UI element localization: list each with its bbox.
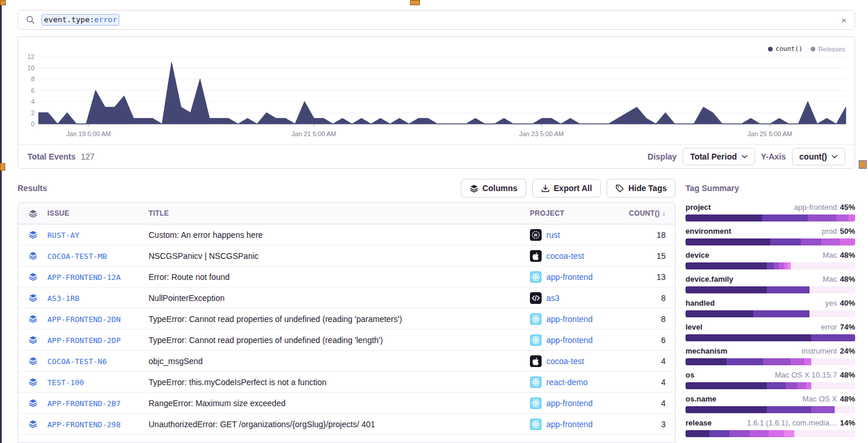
crop-handle-top-center: [410, 0, 420, 5]
stack-icon: [18, 209, 47, 218]
project-link[interactable]: as3: [546, 293, 560, 303]
tag-bar-segment[interactable]: [686, 310, 753, 317]
tag-bar-segment[interactable]: [784, 430, 794, 437]
tag-bar-segment[interactable]: [811, 334, 855, 341]
tag-bar-segment[interactable]: [848, 214, 855, 222]
tag-bar-segment[interactable]: [686, 430, 709, 437]
table-row: COCOA-TEST-MBNSCGSPanicv | NSCGSPaniccoc…: [18, 245, 675, 267]
issue-stack-icon[interactable]: [18, 251, 47, 260]
tag-distribution-bar[interactable]: [686, 406, 855, 413]
issue-link[interactable]: APP-FRONTEND-2B7: [47, 399, 120, 408]
project-link[interactable]: react-demo: [546, 378, 588, 387]
search-query-token[interactable]: event.type:error: [42, 14, 119, 26]
tag-distribution-bar[interactable]: [686, 262, 855, 269]
project-link[interactable]: app-frontend: [546, 314, 593, 324]
search-bar[interactable]: event.type:error ×: [18, 10, 855, 30]
tag-bar-segment[interactable]: [686, 334, 811, 341]
issue-link[interactable]: RUST-AY: [47, 231, 80, 240]
tag-distribution-bar[interactable]: [686, 430, 855, 437]
project-link[interactable]: app-frontend: [546, 399, 593, 408]
tag-bar-segment[interactable]: [821, 238, 840, 245]
issue-link[interactable]: APP-FRONTEND-298: [47, 420, 120, 429]
tag-bar-segment[interactable]: [767, 262, 774, 269]
issue-stack-icon[interactable]: [18, 420, 47, 428]
tag-distribution-bar[interactable]: [686, 358, 855, 365]
tag-bar-segment[interactable]: [808, 214, 836, 222]
tag-distribution-bar[interactable]: [686, 286, 855, 293]
tag-bar-segment[interactable]: [806, 382, 811, 389]
tag-bar-segment[interactable]: [750, 430, 769, 437]
tag-bar-segment[interactable]: [709, 430, 730, 437]
table-row: APP-FRONTEND-2B7RangeError: Maximum size…: [18, 393, 675, 414]
tag-bar-segment[interactable]: [801, 238, 821, 245]
tag-distribution-bar[interactable]: [686, 238, 855, 245]
tag-bar-segment[interactable]: [774, 262, 779, 269]
tag-bar-segment[interactable]: [840, 238, 855, 245]
issue-link[interactable]: COCOA-TEST-MB: [47, 252, 107, 261]
tag-key: os.name: [686, 394, 717, 403]
yaxis-dropdown[interactable]: count(): [792, 148, 845, 165]
issue-stack-icon[interactable]: [18, 378, 47, 386]
tag-bar-segment[interactable]: [686, 286, 767, 293]
tag-bar-segment[interactable]: [791, 358, 804, 365]
project-link[interactable]: app-frontend: [546, 420, 593, 429]
issue-link[interactable]: APP-FRONTEND-2DN: [47, 315, 120, 324]
tag-distribution-bar[interactable]: [686, 214, 855, 222]
column-header-title[interactable]: TITLE: [149, 209, 530, 217]
tag-distribution-bar[interactable]: [686, 334, 855, 341]
tag-distribution-bar[interactable]: [686, 382, 855, 389]
project-link[interactable]: app-frontend: [546, 272, 593, 282]
tag-bar-segment[interactable]: [811, 406, 835, 413]
project-link[interactable]: rust: [546, 230, 560, 240]
issue-link[interactable]: APP-FRONTEND-2DP: [47, 336, 120, 345]
display-dropdown[interactable]: Total Period: [683, 148, 755, 165]
issue-link[interactable]: AS3-1RB: [47, 294, 80, 303]
issue-link[interactable]: TEST-100: [47, 378, 84, 387]
issue-stack-icon[interactable]: [18, 272, 47, 281]
issue-stack-icon[interactable]: [18, 314, 47, 323]
tag-bar-segment[interactable]: [767, 382, 786, 389]
tag-bar-segment[interactable]: [767, 406, 811, 413]
export-all-button[interactable]: Export All: [532, 179, 601, 198]
issue-stack-icon[interactable]: [18, 357, 47, 365]
crop-handle-top-left: [0, 0, 6, 5]
column-header-project[interactable]: PROJECT: [530, 209, 625, 217]
tag-bar-segment[interactable]: [804, 358, 811, 365]
tag-bar-segment[interactable]: [686, 382, 767, 389]
issue-link[interactable]: COCOA-TEST-N6: [47, 357, 107, 366]
tag-bar-segment[interactable]: [686, 262, 767, 269]
tag-bar-segment[interactable]: [686, 238, 770, 245]
tag-bar-segment[interactable]: [686, 358, 726, 365]
tag-bar-segment[interactable]: [726, 358, 764, 365]
tag-key: handled: [686, 299, 715, 307]
tag-bar-segment[interactable]: [763, 358, 790, 365]
issue-stack-icon[interactable]: [18, 293, 47, 302]
issue-link[interactable]: APP-FRONTEND-12A: [47, 273, 120, 282]
tag-bar-segment[interactable]: [836, 214, 848, 222]
hide-tags-button[interactable]: Hide Tags: [607, 179, 676, 198]
tag-bar-segment[interactable]: [762, 214, 808, 222]
tag-bar-segment[interactable]: [729, 430, 750, 437]
tag-bar-segment[interactable]: [753, 310, 810, 317]
tag-bar-segment[interactable]: [686, 406, 767, 413]
issue-stack-icon[interactable]: [18, 335, 47, 344]
issue-title: Error: Route not found: [149, 272, 230, 282]
tag-distribution-bar[interactable]: [686, 310, 855, 317]
tag-bar-segment[interactable]: [797, 382, 806, 389]
column-header-issue[interactable]: ISSUE: [47, 209, 149, 217]
issue-stack-icon[interactable]: [18, 399, 47, 407]
tag-bar-segment[interactable]: [767, 286, 810, 293]
clear-search-icon[interactable]: ×: [841, 15, 846, 25]
issue-stack-icon[interactable]: [18, 230, 47, 239]
columns-button[interactable]: Columns: [461, 179, 526, 198]
project-link[interactable]: cocoa-test: [546, 251, 584, 261]
tag-bar-segment[interactable]: [686, 214, 762, 222]
event-count: 13: [656, 272, 666, 282]
tag-bar-segment[interactable]: [770, 238, 801, 245]
tag-bar-segment[interactable]: [779, 262, 784, 269]
project-link[interactable]: cocoa-test: [546, 357, 584, 366]
column-header-count[interactable]: COUNT() ↓: [625, 209, 675, 217]
tag-bar-segment[interactable]: [769, 430, 784, 437]
project-link[interactable]: app-frontend: [546, 335, 593, 345]
tag-bar-segment[interactable]: [786, 382, 797, 389]
